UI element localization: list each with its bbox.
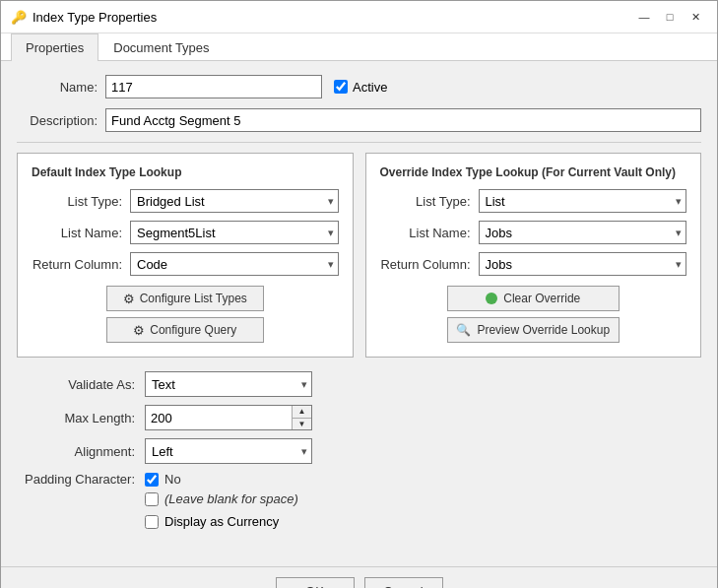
max-length-label: Max Length:	[17, 411, 145, 425]
default-return-column-row: Return Column: Code	[32, 252, 339, 276]
validate-as-select[interactable]: Text Number Date	[145, 371, 312, 397]
alignment-row: Alignment: Left Center Right	[17, 438, 701, 464]
display-as-currency-row: Display as Currency	[145, 514, 701, 529]
preview-override-button[interactable]: 🔍 Preview Override Lookup	[447, 317, 620, 343]
configure-query-button[interactable]: ⚙ Configure Query	[106, 317, 264, 343]
padding-checkboxes: No (Leave blank for space)	[145, 472, 298, 506]
validate-as-select-wrapper: Text Number Date	[145, 371, 312, 397]
name-row: Name: Active	[17, 75, 701, 98]
configure-list-types-button[interactable]: ⚙ Configure List Types	[106, 286, 264, 311]
default-list-type-row: List Type: Bridged List List None	[32, 189, 339, 213]
override-list-name-label: List Name:	[380, 226, 479, 240]
default-list-type-label: List Type:	[32, 194, 130, 209]
maximize-button[interactable]: □	[658, 7, 682, 27]
content-area: Name: Active Description: Default Index …	[1, 61, 717, 566]
override-list-name-select[interactable]: Jobs	[479, 221, 687, 244]
padding-no-label: No	[164, 472, 181, 487]
alignment-select-wrapper: Left Center Right	[145, 438, 312, 464]
override-return-column-row: Return Column: Jobs	[380, 252, 687, 276]
divider	[17, 142, 701, 143]
override-list-type-label: List Type:	[380, 194, 479, 209]
default-panel: Default Index Type Lookup List Type: Bri…	[17, 153, 354, 358]
override-list-name-select-wrapper: Jobs	[479, 221, 687, 244]
window-icon: 🔑	[11, 9, 27, 25]
alignment-label: Alignment:	[17, 444, 145, 459]
clear-override-label: Clear Override	[503, 292, 580, 305]
override-list-type-row: List Type: List Bridged List None	[380, 189, 687, 213]
gear-icon-2: ⚙	[133, 323, 145, 338]
override-return-column-select-wrapper: Jobs	[479, 252, 687, 276]
default-list-name-select[interactable]: Segment5List	[130, 221, 339, 244]
padding-leave-blank-checkbox[interactable]	[145, 492, 159, 506]
tab-properties[interactable]: Properties	[11, 33, 98, 61]
green-dot-icon	[486, 293, 497, 304]
max-length-row: Max Length: ▲ ▼	[17, 405, 701, 430]
tab-document-types[interactable]: Document Types	[98, 33, 224, 61]
padding-character-row: Padding Character: No (Leave blank for s…	[17, 472, 701, 506]
display-as-currency-label: Display as Currency	[164, 514, 279, 529]
override-list-type-select-wrapper: List Bridged List None	[479, 189, 687, 213]
active-label: Active	[353, 80, 387, 95]
default-list-type-select[interactable]: Bridged List List None	[130, 189, 339, 213]
active-checkbox[interactable]	[334, 80, 348, 94]
max-length-spinbox: ▲ ▼	[145, 405, 312, 430]
default-list-name-row: List Name: Segment5List	[32, 221, 339, 244]
spinbox-arrows: ▲ ▼	[292, 406, 311, 429]
minimize-button[interactable]: —	[632, 7, 656, 27]
override-return-column-label: Return Column:	[380, 257, 479, 272]
description-label: Description:	[17, 113, 105, 128]
default-list-name-select-wrapper: Segment5List	[130, 221, 339, 244]
display-as-currency-checkbox[interactable]	[145, 515, 159, 529]
footer: OK Cancel	[1, 566, 717, 588]
title-bar-controls: — □ ✕	[632, 7, 707, 27]
description-input[interactable]	[105, 108, 701, 132]
padding-leave-blank-label: (Leave blank for space)	[164, 491, 298, 506]
search-icon: 🔍	[456, 323, 471, 337]
configure-list-types-label: Configure List Types	[140, 292, 247, 305]
default-panel-title: Default Index Type Lookup	[32, 165, 339, 179]
padding-no-checkbox[interactable]	[145, 473, 159, 487]
ok-button[interactable]: OK	[276, 577, 355, 588]
default-panel-buttons: ⚙ Configure List Types ⚙ Configure Query	[32, 286, 339, 343]
padding-character-label: Padding Character:	[17, 472, 145, 487]
clear-override-button[interactable]: Clear Override	[447, 286, 620, 311]
override-panel: Override Index Type Lookup (For Current …	[365, 153, 702, 358]
max-length-decrement[interactable]: ▼	[293, 419, 311, 430]
main-window: 🔑 Index Type Properties — □ ✕ Properties…	[0, 0, 718, 588]
default-return-column-select[interactable]: Code	[130, 252, 339, 276]
cancel-button[interactable]: Cancel	[364, 577, 443, 588]
gear-icon-1: ⚙	[123, 292, 135, 306]
override-return-column-select[interactable]: Jobs	[479, 252, 687, 276]
validate-as-label: Validate As:	[17, 377, 145, 392]
default-return-column-label: Return Column:	[32, 257, 130, 272]
default-return-column-select-wrapper: Code	[130, 252, 339, 276]
title-bar: 🔑 Index Type Properties — □ ✕	[1, 1, 717, 33]
override-list-name-row: List Name: Jobs	[380, 221, 687, 244]
window-title: Index Type Properties	[33, 10, 157, 25]
active-checkbox-group: Active	[334, 80, 387, 95]
default-list-type-select-wrapper: Bridged List List None	[130, 189, 339, 213]
name-input[interactable]	[105, 75, 322, 98]
description-row: Description:	[17, 108, 701, 132]
panels-row: Default Index Type Lookup List Type: Bri…	[17, 153, 701, 358]
override-panel-buttons: Clear Override 🔍 Preview Override Lookup	[380, 286, 687, 343]
validate-as-row: Validate As: Text Number Date	[17, 371, 701, 397]
close-button[interactable]: ✕	[684, 7, 707, 27]
preview-override-label: Preview Override Lookup	[477, 323, 610, 337]
lower-section: Validate As: Text Number Date Max Length…	[17, 371, 701, 553]
padding-leave-blank-line: (Leave blank for space)	[145, 491, 298, 506]
tab-bar: Properties Document Types	[1, 33, 717, 61]
override-panel-title: Override Index Type Lookup (For Current …	[380, 165, 687, 179]
max-length-increment[interactable]: ▲	[293, 406, 311, 419]
alignment-select[interactable]: Left Center Right	[145, 438, 312, 464]
default-list-name-label: List Name:	[32, 226, 130, 240]
name-label: Name:	[17, 80, 105, 95]
padding-no-line: No	[145, 472, 298, 487]
max-length-input[interactable]	[146, 406, 292, 429]
override-list-type-select[interactable]: List Bridged List None	[479, 189, 687, 213]
configure-query-label: Configure Query	[150, 323, 236, 337]
title-bar-left: 🔑 Index Type Properties	[11, 9, 157, 25]
